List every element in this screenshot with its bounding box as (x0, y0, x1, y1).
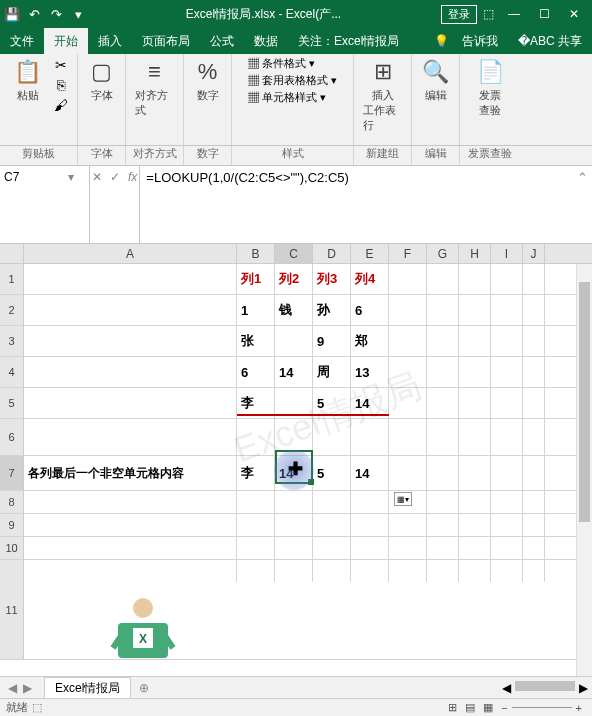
page-layout-view-icon[interactable]: ▤ (461, 701, 479, 714)
tab-file[interactable]: 文件 (0, 28, 44, 54)
cell[interactable]: 5 (313, 456, 351, 490)
row-header[interactable]: 1 (0, 264, 24, 294)
expand-formula-icon[interactable]: ⌃ (577, 170, 588, 185)
cell[interactable]: 李 (237, 456, 275, 490)
tab-share[interactable]: �ABC 共享 (508, 28, 592, 54)
row-header[interactable]: 8 (0, 491, 24, 513)
cell[interactable] (427, 419, 459, 455)
cell[interactable] (523, 388, 545, 418)
cell[interactable] (459, 537, 491, 559)
cell[interactable] (313, 560, 351, 582)
row-header[interactable]: 3 (0, 326, 24, 356)
invoice-button[interactable]: 📄发票查验 (470, 56, 510, 118)
tab-home[interactable]: 开始 (44, 28, 88, 54)
tab-insert[interactable]: 插入 (88, 28, 132, 54)
cell[interactable] (459, 514, 491, 536)
cell[interactable]: 列1 (237, 264, 275, 294)
cell[interactable] (389, 419, 427, 455)
cell[interactable] (275, 326, 313, 356)
row-header[interactable]: 5 (0, 388, 24, 418)
cell[interactable]: 14 (275, 357, 313, 387)
cell[interactable] (459, 456, 491, 490)
cell[interactable]: 13 (351, 357, 389, 387)
cell[interactable] (313, 514, 351, 536)
normal-view-icon[interactable]: ⊞ (444, 701, 461, 714)
cell[interactable] (351, 514, 389, 536)
cell[interactable] (313, 537, 351, 559)
cell[interactable] (491, 514, 523, 536)
cell[interactable] (459, 388, 491, 418)
cell[interactable] (313, 491, 351, 513)
cell[interactable] (427, 264, 459, 294)
cell[interactable] (523, 491, 545, 513)
cell[interactable] (459, 560, 491, 582)
row-header[interactable]: 11 (0, 560, 24, 659)
new-sheet-button[interactable]: ⊕ (131, 681, 157, 695)
cell[interactable] (491, 357, 523, 387)
cell[interactable] (459, 491, 491, 513)
row-header[interactable]: 10 (0, 537, 24, 559)
macro-record-icon[interactable]: ⬚ (28, 701, 46, 714)
cell[interactable] (523, 264, 545, 294)
cell[interactable] (389, 537, 427, 559)
cell[interactable] (351, 491, 389, 513)
cell[interactable] (491, 537, 523, 559)
tab-layout[interactable]: 页面布局 (132, 28, 200, 54)
font-button[interactable]: ▢字体 (82, 56, 122, 103)
sheet-nav-next-icon[interactable]: ▶ (23, 681, 32, 695)
cell[interactable] (523, 326, 545, 356)
minimize-icon[interactable]: — (500, 4, 528, 24)
select-all-button[interactable] (0, 244, 24, 263)
cell[interactable] (275, 491, 313, 513)
cell[interactable] (237, 537, 275, 559)
cell[interactable] (389, 326, 427, 356)
cell[interactable] (351, 419, 389, 455)
cell[interactable] (491, 264, 523, 294)
name-box-input[interactable] (4, 170, 64, 184)
col-header-J[interactable]: J (523, 244, 545, 263)
cell[interactable] (459, 419, 491, 455)
cell[interactable] (389, 456, 427, 490)
undo-icon[interactable]: ↶ (26, 6, 42, 22)
cell[interactable] (427, 388, 459, 418)
cell[interactable]: 列4 (351, 264, 389, 294)
zoom-out-icon[interactable]: − (497, 702, 511, 714)
col-header-H[interactable]: H (459, 244, 491, 263)
spreadsheet-grid[interactable]: 1列1列2列3列4 21钱孙6 3张9郑 4614周13 5李514 6 7各列… (0, 264, 592, 660)
enter-formula-icon[interactable]: ✓ (110, 170, 120, 184)
name-box[interactable]: ▾ (0, 166, 90, 243)
cell[interactable]: 钱 (275, 295, 313, 325)
row-header[interactable]: 9 (0, 514, 24, 536)
cell[interactable] (459, 295, 491, 325)
col-header-D[interactable]: D (313, 244, 351, 263)
row-header[interactable]: 2 (0, 295, 24, 325)
cell[interactable] (523, 560, 545, 582)
cell[interactable] (523, 419, 545, 455)
cell[interactable] (24, 357, 237, 387)
cell[interactable] (491, 419, 523, 455)
col-header-F[interactable]: F (389, 244, 427, 263)
sheet-nav-prev-icon[interactable]: ◀ (8, 681, 17, 695)
cell[interactable] (24, 537, 237, 559)
cell[interactable] (275, 560, 313, 582)
col-header-C[interactable]: C (275, 244, 313, 263)
row-header[interactable]: 4 (0, 357, 24, 387)
hscroll-left-icon[interactable]: ◀ (502, 681, 511, 695)
cell[interactable] (491, 295, 523, 325)
cell[interactable]: 14 (351, 456, 389, 490)
cell[interactable] (237, 491, 275, 513)
col-header-B[interactable]: B (237, 244, 275, 263)
col-header-E[interactable]: E (351, 244, 389, 263)
cell[interactable] (491, 388, 523, 418)
save-icon[interactable]: 💾 (4, 6, 20, 22)
close-icon[interactable]: ✕ (560, 4, 588, 24)
number-button[interactable]: %数字 (188, 56, 228, 103)
cell[interactable] (24, 264, 237, 294)
cell[interactable]: 列3 (313, 264, 351, 294)
cell[interactable] (459, 357, 491, 387)
cell[interactable] (427, 514, 459, 536)
cell[interactable] (275, 537, 313, 559)
cell[interactable] (237, 419, 275, 455)
cell[interactable] (24, 419, 237, 455)
cell[interactable] (491, 456, 523, 490)
